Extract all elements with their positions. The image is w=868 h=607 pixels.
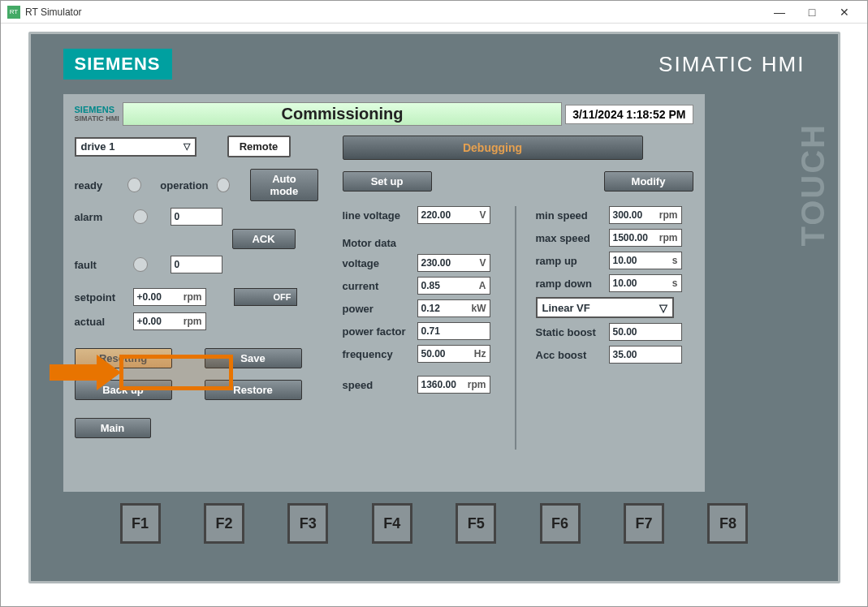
min-speed-box[interactable]: 300.00rpm — [609, 206, 682, 224]
f4-key[interactable]: F4 — [372, 503, 412, 544]
alarm-value-box[interactable]: 0 — [171, 208, 222, 226]
f5-key[interactable]: F5 — [456, 503, 496, 544]
actual-value-box: +0.00 rpm — [133, 312, 206, 330]
power-label: power — [343, 303, 412, 315]
main-button[interactable]: Main — [75, 418, 151, 438]
app-icon: RT — [7, 6, 20, 19]
actual-label: actual — [75, 316, 125, 328]
page-title: Commissioning — [123, 102, 562, 126]
fault-indicator — [133, 257, 148, 272]
static-boost-box[interactable]: 50.00 — [609, 323, 682, 341]
current-label: current — [343, 280, 412, 292]
vf-select-value: Linear VF — [542, 302, 590, 314]
f3-key[interactable]: F3 — [287, 503, 328, 544]
min-speed-label: min speed — [536, 209, 604, 222]
operation-indicator — [217, 178, 230, 192]
ramp-up-label: ramp up — [536, 255, 604, 267]
alarm-value: 0 — [175, 211, 180, 222]
chevron-down-icon: ▽ — [659, 302, 667, 314]
window-titlebar: RT RT Simulator — □ ✕ — [1, 1, 867, 24]
acc-boost-label: Acc boost — [536, 349, 604, 361]
freq-box[interactable]: 50.00Hz — [417, 345, 490, 363]
drive-select[interactable]: drive 1 ▽ — [75, 137, 196, 157]
pf-label: power factor — [343, 325, 412, 338]
freq-label: frequency — [343, 348, 412, 360]
datetime-display: 3/11/2024 1:18:52 PM — [565, 105, 693, 124]
voltage-label: voltage — [343, 257, 412, 269]
pf-box[interactable]: 0.71 — [417, 322, 490, 340]
setpoint-value-box[interactable]: +0.00 rpm — [133, 288, 206, 306]
max-speed-box[interactable]: 1500.00rpm — [609, 229, 682, 247]
fault-value-box[interactable]: 0 — [171, 256, 222, 273]
siemens-logo: SIEMENS — [63, 49, 172, 80]
setpoint-label: setpoint — [75, 291, 125, 304]
vf-select[interactable]: Linear VF ▽ — [536, 297, 674, 318]
f1-key[interactable]: F1 — [120, 503, 161, 544]
off-toggle[interactable]: OFF — [234, 288, 297, 306]
line-voltage-label: line voltage — [343, 209, 412, 222]
product-label: SIMATIC HMI — [659, 52, 805, 77]
chevron-down-icon: ▽ — [184, 141, 190, 152]
actual-value: +0.00 — [137, 316, 162, 327]
ramp-up-box[interactable]: 10.00s — [609, 252, 682, 269]
ramp-down-label: ramp down — [536, 278, 604, 290]
f8-key[interactable]: F8 — [707, 503, 748, 544]
header-brand: SIEMENS — [75, 105, 119, 114]
modify-button[interactable]: Modify — [604, 171, 693, 192]
maximize-button[interactable]: □ — [796, 4, 828, 20]
minimize-button[interactable]: — — [763, 4, 796, 20]
static-boost-label: Static boost — [536, 326, 604, 338]
current-box[interactable]: 0.85A — [417, 277, 490, 295]
automode-button[interactable]: Auto mode — [250, 169, 317, 201]
voltage-box[interactable]: 230.00V — [417, 254, 490, 272]
ack-button[interactable]: ACK — [232, 229, 296, 249]
speed-label: speed — [343, 379, 412, 391]
motor-data-label: Motor data — [343, 237, 396, 249]
f2-key[interactable]: F2 — [204, 503, 244, 544]
line-voltage-box[interactable]: 220.00V — [417, 206, 490, 224]
power-box[interactable]: 0.12kW — [417, 299, 490, 317]
off-label: OFF — [274, 292, 291, 302]
ready-label: ready — [75, 179, 120, 192]
drive-select-value: drive 1 — [81, 140, 115, 153]
f6-key[interactable]: F6 — [540, 503, 581, 544]
ready-indicator — [127, 178, 140, 192]
annotation-highlight — [119, 355, 233, 390]
window-title: RT Simulator — [25, 6, 763, 18]
fault-value: 0 — [175, 259, 180, 270]
debugging-button[interactable]: Debugging — [343, 136, 643, 160]
alarm-label: alarm — [75, 211, 125, 223]
speed-box[interactable]: 1360.00rpm — [417, 376, 490, 394]
touch-label: TOUCH — [795, 123, 831, 246]
close-button[interactable]: ✕ — [828, 4, 861, 20]
setup-button[interactable]: Set up — [343, 171, 432, 192]
remote-button[interactable]: Remote — [227, 136, 291, 157]
setpoint-value: +0.00 — [137, 291, 162, 303]
max-speed-label: max speed — [536, 232, 604, 244]
operation-label: operation — [160, 179, 208, 192]
setpoint-unit: rpm — [184, 291, 202, 303]
ramp-down-box[interactable]: 10.00s — [609, 274, 682, 292]
acc-boost-box[interactable]: 35.00 — [609, 346, 682, 364]
f7-key[interactable]: F7 — [624, 503, 664, 544]
header-brand-sub: SIMATIC HMI — [75, 114, 119, 123]
alarm-indicator — [133, 209, 148, 224]
fault-label: fault — [75, 259, 125, 271]
actual-unit: rpm — [184, 316, 202, 327]
